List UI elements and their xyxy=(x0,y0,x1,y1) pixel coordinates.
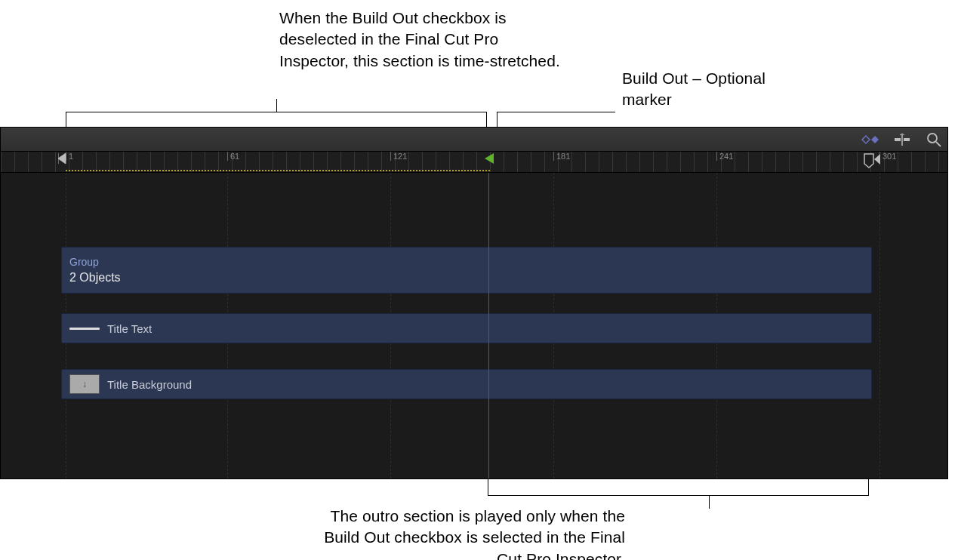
zoom-icon[interactable] xyxy=(925,131,943,149)
out-point-marker[interactable] xyxy=(862,153,880,171)
ruler-tick-301: 301 xyxy=(879,152,893,172)
svg-rect-0 xyxy=(895,138,901,141)
ruler-tick-181: 181 xyxy=(553,152,567,172)
background-thumbnail-icon: ↓ xyxy=(69,374,100,394)
callout-outro: The outro section is played only when th… xyxy=(300,506,625,560)
text-thumbnail-icon xyxy=(69,328,100,330)
bracket-pre-marker xyxy=(66,112,487,127)
build-out-marker-line xyxy=(488,173,489,478)
title-text-track[interactable]: Title Text xyxy=(61,313,872,343)
build-out-marker[interactable] xyxy=(484,153,494,167)
keyframe-icon[interactable] xyxy=(861,131,879,149)
grid-line xyxy=(879,173,880,478)
group-track[interactable]: Group 2 Objects xyxy=(61,247,872,294)
callout-time-stretch: When the Build Out checkbox is deselecte… xyxy=(279,8,566,72)
snap-icon[interactable] xyxy=(893,131,911,149)
timeline-ruler[interactable]: 1 61 121 181 241 301 xyxy=(1,152,947,173)
title-background-label: Title Background xyxy=(107,378,192,391)
timeline-track-area: Group 2 Objects Title Text ↓ Title Backg… xyxy=(1,173,947,478)
svg-line-6 xyxy=(936,142,941,146)
timeline-toolbar xyxy=(1,128,947,152)
time-stretch-indicator xyxy=(66,170,490,171)
callout-build-out-marker: Build Out – Optional marker xyxy=(622,68,818,111)
in-point-handle[interactable] xyxy=(58,153,67,166)
ruler-minor-ticks xyxy=(1,152,947,172)
ruler-tick-61: 61 xyxy=(227,152,236,172)
svg-rect-1 xyxy=(904,138,910,141)
group-track-subtitle: 2 Objects xyxy=(69,271,121,285)
ruler-tick-241: 241 xyxy=(716,152,730,172)
ruler-tick-121: 121 xyxy=(390,152,404,172)
title-background-track[interactable]: ↓ Title Background xyxy=(61,369,872,399)
timeline-panel: 1 61 121 181 241 301 Group xyxy=(0,127,948,479)
bracket-outro-section xyxy=(488,479,869,496)
toolbar-right-group xyxy=(861,131,943,149)
title-text-label: Title Text xyxy=(107,322,152,335)
svg-point-5 xyxy=(928,134,937,143)
group-track-label: Group xyxy=(69,256,99,268)
